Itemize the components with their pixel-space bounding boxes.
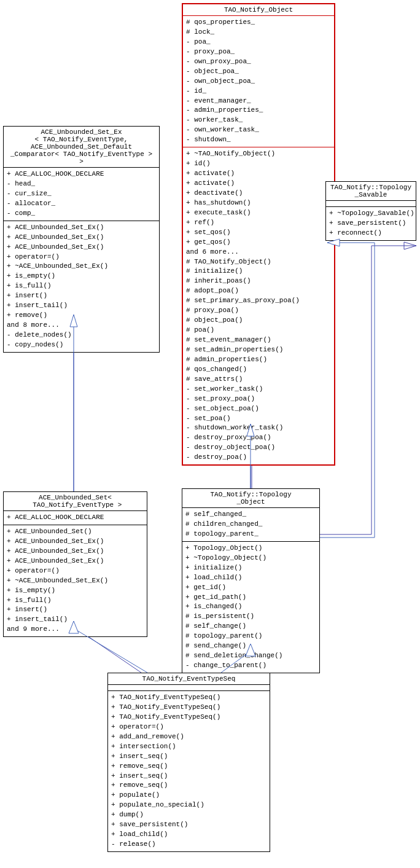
tao-notify-object-fields: # qos_properties_ # lock_ - poa_ - proxy… <box>183 16 334 147</box>
field-line: - worker_task_ <box>186 115 331 125</box>
diagram-container: TAO_Notify_Object # qos_properties_ # lo… <box>0 0 420 868</box>
method-line: + reconnect() <box>329 229 413 238</box>
method-line: + insert_seq() <box>111 772 266 781</box>
method-line: + ACE_Unbounded_Set_Ex() <box>7 223 156 233</box>
method-line: # object_poa() <box>186 316 331 326</box>
method-line: and 6 more... <box>186 248 331 257</box>
method-line: # send_deletion_change() <box>185 651 316 661</box>
method-line: + remove_seq() <box>111 762 266 772</box>
method-line: + ~ACE_Unbounded_Set_Ex() <box>7 576 144 586</box>
method-line: # set_event_manager() <box>186 335 331 345</box>
method-line: + intersection() <box>111 742 266 752</box>
method-line: - change_to_parent() <box>185 661 316 671</box>
ace-unbounded-set-box: ACE_Unbounded_Set< TAO_Notify_EventType … <box>3 491 147 637</box>
field-line: + ACE_ALLOC_HOOK_DECLARE <box>7 513 144 523</box>
method-line: + ref() <box>186 218 331 228</box>
method-line: + is_changed() <box>185 602 316 612</box>
field-line: # self_changed_ <box>185 510 316 520</box>
method-line: + initialize() <box>185 563 316 573</box>
field-line: - event_manager_ <box>186 96 331 106</box>
method-line: + TAO_Notify_EventTypeSeq() <box>111 693 266 703</box>
method-line: + execute_task() <box>186 208 331 218</box>
method-line: - release() <box>111 840 266 850</box>
method-line: # admin_properties() <box>186 355 331 365</box>
method-line: + remove() <box>7 311 156 321</box>
ace-unbounded-set-methods: + ACE_Unbounded_Set() + ACE_Unbounded_Se… <box>4 525 147 636</box>
method-line: - set_poa() <box>186 414 331 424</box>
method-line: + ~Topology_Object() <box>185 553 316 563</box>
method-line: # set_admin_properties() <box>186 345 331 355</box>
method-line: + insert() <box>7 291 156 301</box>
field-line: # lock_ <box>186 28 331 37</box>
event-type-seq-empty <box>108 685 270 691</box>
method-line: + save_persistent() <box>329 219 413 229</box>
method-line: and 9 more... <box>7 625 144 635</box>
method-line: - destroy_poa() <box>186 453 331 463</box>
method-line: + populate_no_special() <box>111 800 266 810</box>
method-line: + operator=() <box>7 566 144 576</box>
method-line: # TAO_Notify_Object() <box>186 257 331 267</box>
method-line: # inherit_poas() <box>186 276 331 286</box>
method-line: + save_persistent() <box>111 820 266 830</box>
method-line: + insert_tail() <box>7 301 156 311</box>
method-line: # proxy_poa() <box>186 306 331 316</box>
method-line: and 8 more... <box>7 321 156 330</box>
method-line: - delete_nodes() <box>7 330 156 340</box>
method-line: # qos_changed() <box>186 365 331 375</box>
method-line: + is_full() <box>7 281 156 291</box>
tao-notify-object-box: TAO_Notify_Object # qos_properties_ # lo… <box>182 3 335 466</box>
method-line: # set_primary_as_proxy_poa() <box>186 296 331 306</box>
method-line: + Topology_Object() <box>185 544 316 553</box>
method-line: # self_change() <box>185 622 316 631</box>
method-line: - set_proxy_poa() <box>186 394 331 404</box>
method-line: # send_change() <box>185 641 316 651</box>
method-line: + ~ACE_Unbounded_Set_Ex() <box>7 262 156 272</box>
field-line: # topology_parent_ <box>185 530 316 539</box>
field-line: - cur_size_ <box>7 189 156 199</box>
method-line: # poa() <box>186 326 331 335</box>
method-line: + insert_tail() <box>7 615 144 625</box>
method-line: + get_qos() <box>186 238 331 248</box>
method-line: + id() <box>186 159 331 169</box>
topology-object-title: TAO_Notify::Topology_Object <box>182 489 319 508</box>
method-line: + ACE_Unbounded_Set_Ex() <box>7 233 156 243</box>
method-line: + load_child() <box>111 830 266 840</box>
field-line: - comp_ <box>7 209 156 219</box>
method-line: + has_shutdown() <box>186 198 331 208</box>
field-line: - id_ <box>186 87 331 96</box>
field-line: - shutdown_ <box>186 135 331 145</box>
method-line: + is_empty() <box>7 272 156 281</box>
field-line: - allocator_ <box>7 199 156 209</box>
method-line: + get_id_path() <box>185 593 316 603</box>
field-line: # qos_properties_ <box>186 18 331 28</box>
topology-object-box: TAO_Notify::Topology_Object # self_chang… <box>182 488 320 673</box>
method-line: + remove_seq() <box>111 781 266 791</box>
method-line: - shutdown_worker_task() <box>186 423 331 433</box>
method-line: + load_child() <box>185 573 316 583</box>
method-line: + ACE_Unbounded_Set_Ex() <box>7 557 144 566</box>
field-line: - poa_ <box>186 37 331 47</box>
method-line: + insert_seq() <box>111 752 266 762</box>
method-line: # save_attrs() <box>186 375 331 385</box>
topology-object-methods: + Topology_Object() + ~Topology_Object()… <box>182 542 319 673</box>
method-line: + activate() <box>186 169 331 179</box>
method-line: + dump() <box>111 810 266 820</box>
topology-object-fields: # self_changed_ # children_changed_ # to… <box>182 508 319 542</box>
method-line: + operator=() <box>7 252 156 262</box>
topology-savable-empty <box>326 201 416 207</box>
event-type-seq-title: TAO_Notify_EventTypeSeq <box>108 673 270 685</box>
method-line: + TAO_Notify_EventTypeSeq() <box>111 713 266 722</box>
svg-marker-14 <box>404 242 416 249</box>
ace-unbounded-set-ex-title: ACE_Unbounded_Set_Ex< TAO_Notify_EventTy… <box>4 127 159 168</box>
ace-unbounded-set-ex-box: ACE_Unbounded_Set_Ex< TAO_Notify_EventTy… <box>3 126 160 353</box>
method-line: + ~Topology_Savable() <box>329 209 413 219</box>
method-line: + ACE_Unbounded_Set_Ex() <box>7 537 144 547</box>
field-line: + ACE_ALLOC_HOOK_DECLARE <box>7 170 156 179</box>
method-line: + TAO_Notify_EventTypeSeq() <box>111 703 266 713</box>
method-line: + operator=() <box>111 722 266 732</box>
method-line: + ~TAO_Notify_Object() <box>186 149 331 159</box>
method-line: # adopt_poa() <box>186 286 331 296</box>
method-line: + set_qos() <box>186 228 331 238</box>
method-line: - set_worker_task() <box>186 385 331 394</box>
field-line: - own_worker_task_ <box>186 125 331 135</box>
